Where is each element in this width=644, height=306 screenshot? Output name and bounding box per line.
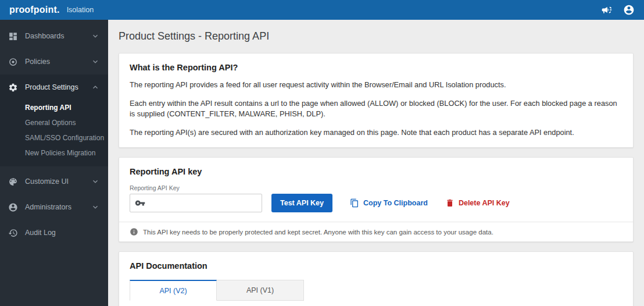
- delete-icon: [445, 198, 455, 208]
- sidebar-item-label: Audit Log: [25, 229, 100, 237]
- sidebar-group-product-settings: Product Settings Reporting API General O…: [0, 74, 108, 166]
- account-icon[interactable]: [623, 4, 635, 16]
- api-docs-card: API Documentation API (V2) API (V1) API …: [119, 251, 634, 306]
- proofpoint-logo: proofpoint.: [9, 5, 60, 15]
- api-docs-tabs: API (V2) API (V1): [130, 280, 622, 301]
- sidebar-item-product-settings[interactable]: Product Settings: [0, 74, 108, 100]
- product-name: Isolation: [67, 6, 94, 14]
- api-key-card: Reporting API key Reporting API Key Test…: [119, 157, 634, 242]
- info-icon: [130, 227, 138, 236]
- key-icon: [135, 198, 145, 208]
- sidebar-item-label: Administrators: [25, 203, 91, 211]
- policies-icon: [8, 57, 18, 67]
- sidebar-item-policies[interactable]: Policies: [0, 49, 108, 74]
- sidebar-item-label: Policies: [25, 58, 91, 66]
- sidebar-item-administrators[interactable]: Administrators: [0, 194, 108, 220]
- api-key-note-text: This API key needs to be properly protec…: [143, 229, 493, 236]
- app-body: Dashboards Policies Product Settings: [0, 20, 644, 306]
- sidebar-item-reporting-api[interactable]: Reporting API: [0, 100, 108, 115]
- about-paragraph-2: Each entry within the API result contain…: [130, 98, 622, 120]
- api-key-card-title: Reporting API key: [130, 167, 622, 176]
- sidebar-item-customize-ui[interactable]: Customize UI: [0, 169, 108, 194]
- api-docs-title: API Documentation: [130, 261, 622, 271]
- test-api-key-button[interactable]: Test API Key: [271, 194, 332, 212]
- copy-icon: [350, 198, 359, 208]
- about-card-title: What is the Reporting API?: [130, 63, 622, 72]
- chevron-up-icon: [91, 83, 100, 92]
- sidebar-item-saml-sso-configuration[interactable]: SAML/SSO Configuration: [0, 130, 108, 145]
- sidebar-item-label: Customize UI: [25, 177, 91, 186]
- copy-to-clipboard-button[interactable]: Copy To Clipboard: [350, 198, 428, 208]
- copy-to-clipboard-label: Copy To Clipboard: [363, 199, 428, 207]
- sidebar-item-new-policies-migration[interactable]: New Policies Migration: [0, 145, 108, 161]
- palette-icon: [8, 177, 18, 187]
- api-key-note: This API key needs to be properly protec…: [119, 222, 633, 241]
- person-icon: [8, 202, 18, 212]
- sidebar-item-label: Dashboards: [25, 32, 91, 40]
- dashboard-icon: [8, 31, 18, 41]
- sidebar-item-general-options[interactable]: General Options: [0, 115, 108, 130]
- announcements-icon[interactable]: [601, 4, 613, 16]
- api-key-field-label: Reporting API Key: [130, 184, 622, 191]
- chevron-down-icon: [91, 177, 100, 186]
- main-content: Product Settings - Reporting API What is…: [108, 20, 644, 306]
- chevron-down-icon: [91, 57, 100, 66]
- page-title: Product Settings - Reporting API: [119, 30, 634, 42]
- about-paragraph-1: The reporting API provides a feed for al…: [130, 80, 622, 91]
- about-paragraph-3: The reporting API(s) are secured with an…: [130, 127, 622, 138]
- topbar: proofpoint. Isolation: [0, 0, 644, 20]
- delete-api-key-button[interactable]: Delete API Key: [445, 198, 510, 208]
- api-key-input[interactable]: [149, 199, 257, 208]
- sidebar: Dashboards Policies Product Settings: [0, 20, 108, 306]
- tab-api-v1[interactable]: API (V1): [217, 280, 304, 301]
- sidebar-item-audit-log[interactable]: Audit Log: [0, 220, 108, 245]
- gear-icon: [8, 83, 18, 92]
- tab-api-v2[interactable]: API (V2): [130, 280, 217, 301]
- delete-api-key-label: Delete API Key: [459, 199, 510, 207]
- chevron-down-icon: [91, 202, 100, 212]
- api-key-row: Test API Key Copy To Clipboard Delete AP…: [130, 194, 622, 212]
- sidebar-item-dashboards[interactable]: Dashboards: [0, 23, 108, 49]
- sidebar-item-label: Product Settings: [25, 83, 91, 91]
- chevron-down-icon: [91, 31, 100, 41]
- api-key-input-wrap: [130, 194, 262, 212]
- about-card: What is the Reporting API? The reporting…: [119, 53, 634, 148]
- history-icon: [8, 228, 18, 238]
